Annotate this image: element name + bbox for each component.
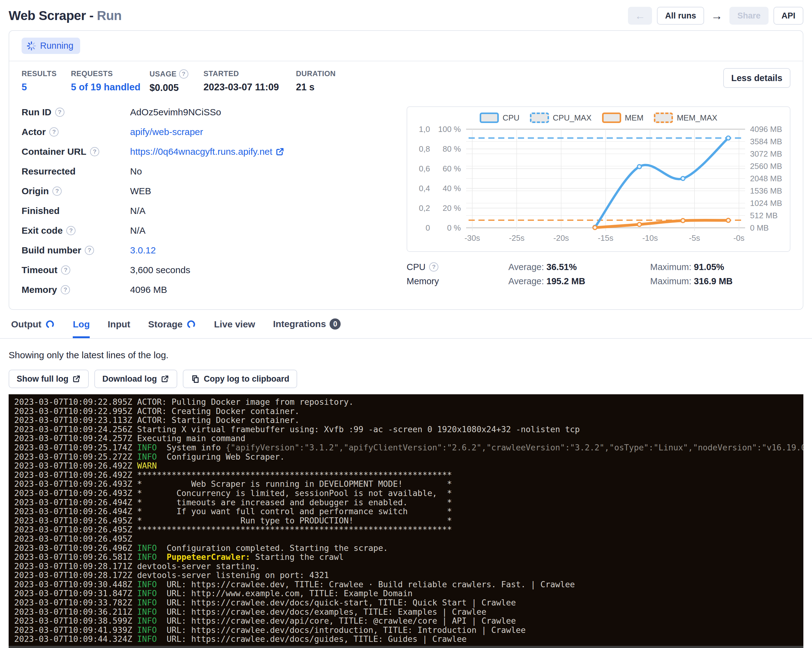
svg-text:0,6: 0,6 [419,164,430,173]
stat-value: 21 s [296,82,364,93]
log-line: 2023-03-07T10:09:22.895Z ACTOR: Pulling … [14,397,803,407]
legend-label: MEM [625,113,644,123]
external-link-icon [275,147,285,156]
detail-link[interactable]: apify/web-scraper [130,127,203,137]
help-icon[interactable] [52,186,62,196]
stat-label-text: DURATION [296,69,336,78]
detail-label-text: Actor [21,127,46,137]
log-line: 2023-03-07T10:09:26.492Z WARN [14,461,803,470]
all-runs-button[interactable]: All runs [657,7,704,24]
resource-usage-chart: -30s-25s-20s-15s-10s-5s-0s1,00,80,60,40,… [412,124,785,249]
log-line: 2023-03-07T10:09:38.599Z INFO URL: https… [14,616,803,625]
log-text: Configuration completed. Starting the sc… [167,543,388,553]
resource-average: Average: 36.51% [508,262,650,272]
detail-label-text: Exit code [21,226,63,236]
tab-label: Log [73,319,90,329]
help-icon[interactable] [49,127,59,137]
log-button-download-log[interactable]: Download log [94,370,177,388]
detail-link[interactable]: https://0q64wnacgyft.runs.apify.net [130,146,272,157]
log-output[interactable]: 2023-03-07T10:09:22.895Z ACTOR: Pulling … [9,394,803,646]
help-icon[interactable] [55,108,64,117]
log-level-info: INFO [137,634,167,644]
tab-log[interactable]: Log [73,319,90,338]
external-link-icon [72,375,81,383]
maximum-value: 91.05% [694,262,724,272]
log-button-show-full-log[interactable]: Show full log [9,370,89,388]
detail-label-run-id: Run ID [21,106,130,118]
previous-run-button[interactable]: ← [628,7,652,24]
log-line: 2023-03-07T10:09:25.174Z INFO System inf… [14,443,803,452]
help-icon[interactable] [85,246,94,255]
detail-label-container-url: Container URL [21,146,130,157]
tab-label: Integrations [273,319,326,329]
log-line: 2023-03-07T10:09:24.256Z Starting X virt… [14,425,803,434]
resource-summary-row-memory: MemoryAverage: 195.2 MBMaximum: 316.9 MB [407,274,791,288]
log-horizontal-scrollbar[interactable] [9,646,803,648]
help-icon[interactable] [61,285,70,294]
resource-label-text: Memory [407,276,439,287]
resource-summary-row-cpu: CPUAverage: 36.51%Maximum: 91.05% [407,260,791,274]
tab-storage[interactable]: Storage [148,319,196,338]
api-button[interactable]: API [774,7,803,24]
help-icon[interactable] [90,147,99,156]
svg-text:100 %: 100 % [438,125,461,134]
arrow-right-icon: → [711,9,723,22]
log-line: 2023-03-07T10:09:26.496Z INFO Configurat… [14,543,803,553]
tab-live-view[interactable]: Live view [214,319,255,338]
log-timestamp: 2023-03-07T10:09:26.495Z [14,525,137,534]
svg-text:0,4: 0,4 [419,184,430,193]
log-timestamp: 2023-03-07T10:09:33.782Z [14,598,137,607]
stat-label-text: USAGE [150,70,177,78]
log-button-copy-log-to-clipboard[interactable]: Copy log to clipboard [183,370,298,388]
page-header: Web Scraper - Run ← All runs → Share API [0,0,812,30]
log-text: System info [167,443,226,452]
share-button[interactable]: Share [730,7,769,24]
svg-text:80 %: 80 % [443,144,461,154]
log-timestamp: 2023-03-07T10:09:26.493Z [14,479,137,489]
tab-input[interactable]: Input [108,319,130,338]
log-text: URL: https://crawlee.dev/docs/quick-star… [167,598,516,607]
tab-output[interactable]: Output [11,319,55,338]
stat-label: RESULTS [21,69,71,78]
run-details-list: Run IDAdOz5evimh9NCiSSoActorapify/web-sc… [21,106,397,296]
next-run-button[interactable]: → [709,9,725,23]
page-title: Web Scraper - Run [9,8,121,23]
status-row: Running [9,31,803,61]
log-timestamp: 2023-03-07T10:09:41.939Z [14,625,137,635]
svg-text:20 %: 20 % [443,203,461,213]
less-details-button[interactable]: Less details [723,68,791,88]
svg-text:3584 MB: 3584 MB [750,137,782,146]
maximum-key: Maximum: [650,262,694,272]
log-timestamp: 2023-03-07T10:09:25.272Z [14,452,137,462]
log-line: 2023-03-07T10:09:23.113Z ACTOR: Starting… [14,416,803,425]
help-icon[interactable] [61,265,70,275]
detail-label-resurrected: Resurrected [21,166,130,177]
log-button-label: Copy log to clipboard [204,374,290,384]
log-line: 2023-03-07T10:09:28.172Z devtools-server… [14,570,803,580]
stat-label-text: RESULTS [21,69,57,78]
log-timestamp: 2023-03-07T10:09:26.492Z [14,470,137,480]
external-link-icon [160,375,169,383]
stat-value[interactable]: 5 of 19 handled [71,82,150,93]
detail-label-text: Origin [21,186,49,197]
log-timestamp: 2023-03-07T10:09:28.171Z [14,561,137,571]
log-timestamp: 2023-03-07T10:09:31.847Z [14,589,137,598]
stat-value[interactable]: 5 [21,82,71,93]
stat-duration: DURATION21 s [296,69,364,93]
help-icon[interactable] [179,69,188,79]
svg-text:0 MB: 0 MB [750,223,769,232]
log-text: Configuring Web Scraper. [167,452,285,462]
log-line: 2023-03-07T10:09:26.494Z * timeouts are … [14,498,803,507]
help-icon[interactable] [66,226,76,235]
detail-label-build-number: Build number [21,244,130,256]
tab-integrations[interactable]: Integrations0 [273,319,341,338]
log-level-info: INFO [137,452,167,462]
detail-link[interactable]: 3.0.12 [130,245,156,256]
log-timestamp: 2023-03-07T10:09:23.113Z [14,415,137,425]
log-timestamp: 2023-03-07T10:09:26.492Z [14,461,137,470]
tab-label: Live view [214,319,255,329]
log-line: 2023-03-07T10:09:26.493Z * Concurrency i… [14,489,803,498]
log-text: * Concurrency is limited, sessionPool is… [137,488,452,498]
help-icon[interactable] [429,262,438,271]
svg-text:0: 0 [426,223,430,232]
